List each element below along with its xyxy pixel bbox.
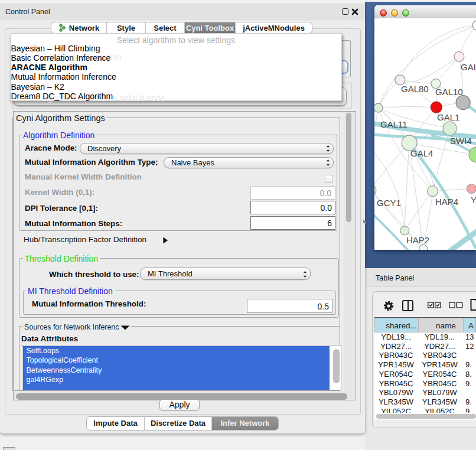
svg-text:GCY1: GCY1	[377, 198, 401, 208]
svg-text:SWI4: SWI4	[450, 136, 472, 146]
svg-text:GAL80: GAL80	[401, 84, 429, 94]
svg-text:HAP2: HAP2	[406, 235, 429, 245]
svg-text:Y: Y	[471, 195, 476, 205]
svg-text:GAL4: GAL4	[410, 148, 433, 158]
svg-text:HAP4: HAP4	[435, 197, 458, 207]
svg-text:GAL11: GAL11	[380, 119, 407, 129]
svg-text:GAL10: GAL10	[435, 87, 463, 97]
svg-text:GAL1: GAL1	[437, 112, 459, 122]
svg-text:GAL7: GAL7	[461, 62, 476, 72]
